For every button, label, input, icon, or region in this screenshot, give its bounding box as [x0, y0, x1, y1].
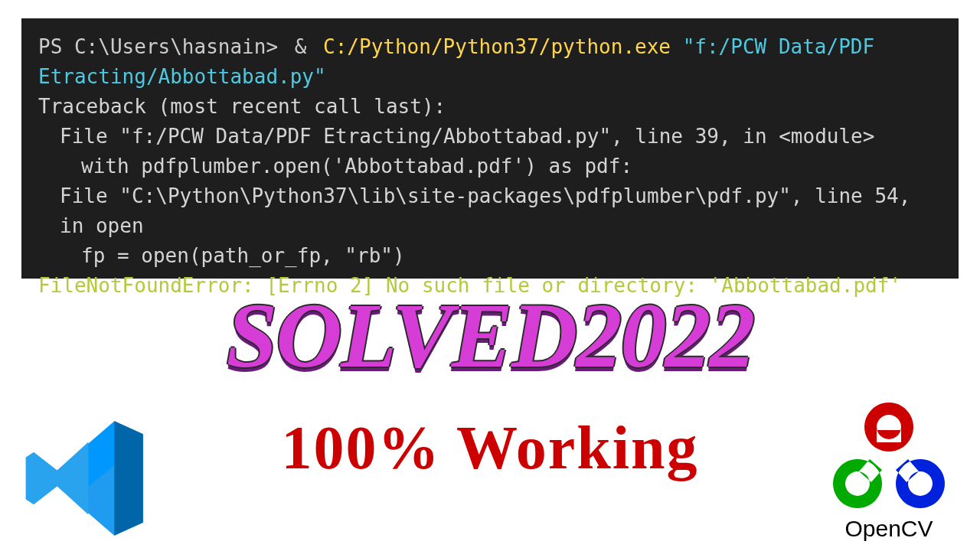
prompt-text: PS C:\Users\hasnain> [38, 35, 278, 58]
terminal-command-line: PS C:\Users\hasnain> & C:/Python/Python3… [38, 32, 946, 92]
traceback-file-2: File "C:\Python\Python37\lib\site-packag… [38, 181, 946, 241]
traceback-file-1: File "f:/PCW Data/PDF Etracting/Abbottab… [38, 122, 946, 152]
traceback-header: Traceback (most recent call last): [38, 92, 946, 122]
traceback-code-1: with pdfplumber.open('Abbottabad.pdf') a… [38, 152, 946, 181]
python-exe-path: C:/Python/Python37/python.exe [323, 35, 671, 58]
opencv-label: OpenCV [824, 516, 954, 542]
vscode-icon [17, 413, 155, 543]
opencv-icon: OpenCV [824, 399, 954, 545]
solved-headline: SOLVED2022 [0, 283, 980, 389]
terminal-window: PS C:\Users\hasnain> & C:/Python/Python3… [21, 18, 959, 279]
thumbnail-canvas: PS C:\Users\hasnain> & C:/Python/Python3… [0, 0, 980, 551]
ampersand: & [295, 35, 307, 58]
traceback-code-2: fp = open(path_or_fp, "rb") [38, 241, 946, 271]
